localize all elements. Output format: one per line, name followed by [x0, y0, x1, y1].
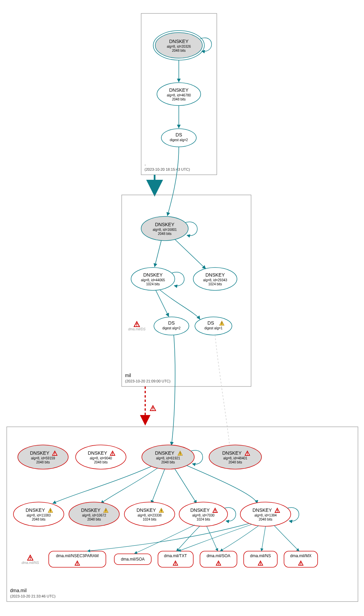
error-dma-ds: dma.mil/DS: [128, 322, 146, 331]
svg-text:dma.mil/SOA: dma.mil/SOA: [207, 553, 231, 558]
svg-text:DNSKEY: DNSKEY: [169, 39, 189, 44]
rrset-mx: dma.mil/MX: [284, 551, 318, 567]
zone-dma-ts: (2023-10-20 21:33:46 UTC): [10, 594, 55, 598]
svg-text:2048 bits: 2048 bits: [172, 97, 186, 101]
dnskey-dma-23338: DNSKEY alg=8, id=23338 1024 bits: [124, 502, 175, 526]
dnskey-dma-61921: DNSKEY alg=8, id=61921 2048 bits: [142, 445, 194, 469]
edge-milksk-zsk2: [175, 239, 206, 269]
svg-text:alg=8, id=16801: alg=8, id=16801: [153, 228, 177, 232]
svg-text:2048 bits: 2048 bits: [229, 460, 242, 464]
svg-text:dma.mil/NS: dma.mil/NS: [22, 561, 39, 565]
edge-ds2-dmak4: [215, 335, 230, 445]
rrset-soa-2: dma.mil/SOA: [200, 551, 237, 567]
svg-text:1024 bits: 1024 bits: [197, 518, 210, 521]
dnssec-graph: . (2023-10-20 18:15:43 UTC) DNSKEY alg=8…: [0, 0, 364, 616]
svg-text:DNSKEY: DNSKEY: [169, 87, 189, 93]
svg-text:alg=8, id=23338: alg=8, id=23338: [137, 514, 162, 517]
svg-text:dma.mil/NS: dma.mil/NS: [250, 553, 271, 558]
dnskey-dma-11083: DNSKEY alg=8, id=11083 2048 bits: [13, 502, 64, 526]
ds-root: DS digest alg=2: [161, 129, 196, 147]
svg-text:alg=8, id=29343: alg=8, id=29343: [203, 278, 227, 282]
zone-mil-ts: (2023-10-20 21:09:00 UTC): [125, 379, 170, 383]
svg-text:alg=8, id=10672: alg=8, id=10672: [82, 514, 106, 517]
svg-text:digest alg=2: digest alg=2: [170, 138, 188, 142]
svg-text:alg=8, id=46780: alg=8, id=46780: [167, 93, 191, 97]
svg-point-14: [161, 129, 196, 147]
svg-text:alg=8, id=20326: alg=8, id=20326: [167, 45, 191, 48]
svg-text:digest alg=1: digest alg=1: [204, 326, 223, 330]
dnskey-root-zsk: DNSKEY alg=8, id=46780 2048 bits: [157, 83, 201, 106]
svg-text:2048 bits: 2048 bits: [94, 460, 108, 464]
warn-icon-deleg: [150, 406, 156, 411]
svg-text:2048 bits: 2048 bits: [158, 232, 172, 236]
rrset-txt: dma.mil/TXT: [158, 551, 193, 567]
svg-text:DNSKEY: DNSKEY: [155, 450, 174, 456]
rrset-nsec3param: dma.mil/NSEC3PARAM: [49, 551, 106, 567]
dnskey-mil-zsk2: DNSKEY alg=8, id=29343 1024 bits: [193, 268, 237, 290]
rrset-ns: dma.mil/NS: [244, 551, 277, 567]
edge-rootds-milksk: [167, 147, 179, 216]
svg-text:DNSKEY: DNSKEY: [205, 272, 225, 278]
dnskey-dma-10672: DNSKEY alg=8, id=10672 2048 bits: [69, 502, 119, 526]
svg-text:digest alg=2: digest alg=2: [162, 326, 181, 330]
svg-text:alg=8, id=1384: alg=8, id=1384: [254, 514, 277, 517]
svg-text:DS: DS: [168, 320, 174, 326]
svg-text:DNSKEY: DNSKEY: [155, 222, 174, 227]
svg-text:DNSKEY: DNSKEY: [81, 507, 100, 513]
svg-text:2048 bits: 2048 bits: [172, 49, 186, 52]
zone-dma: dma.mil (2023-10-20 21:33:46 UTC) DNSKEY…: [7, 427, 358, 602]
zone-root-ts: (2023-10-20 18:15:43 UTC): [145, 167, 190, 171]
svg-text:DNSKEY: DNSKEY: [30, 450, 49, 456]
svg-text:DNSKEY: DNSKEY: [143, 272, 163, 278]
svg-text:dma.mil/TXT: dma.mil/TXT: [164, 553, 187, 558]
svg-text:2048 bits: 2048 bits: [161, 460, 175, 464]
svg-text:alg=8, id=61921: alg=8, id=61921: [156, 456, 180, 460]
edge-milksk-zsk1: [155, 240, 161, 267]
svg-text:DNSKEY: DNSKEY: [252, 507, 272, 513]
svg-text:alg=8, id=11083: alg=8, id=11083: [27, 514, 51, 517]
svg-text:dma.mil/DS: dma.mil/DS: [128, 327, 146, 331]
svg-text:alg=8, id=59159: alg=8, id=59159: [31, 456, 55, 460]
svg-text:DNSKEY: DNSKEY: [190, 507, 210, 513]
svg-text:2048 bits: 2048 bits: [87, 518, 101, 521]
zone-mil-label: mil: [125, 373, 131, 378]
ds-mil-1: DS digest alg=2: [154, 317, 189, 335]
svg-text:1024 bits: 1024 bits: [143, 518, 157, 521]
svg-text:dma.mil/SOA: dma.mil/SOA: [121, 557, 145, 562]
svg-text:DNSKEY: DNSKEY: [222, 450, 242, 456]
svg-text:alg=8, id=9040: alg=8, id=9040: [90, 456, 112, 460]
rrset-soa-1: dma.mil/SOA: [114, 554, 151, 565]
svg-text:2048 bits: 2048 bits: [36, 460, 50, 464]
dnskey-mil-zsk1: DNSKEY alg=8, id=44065 1024 bits: [131, 268, 175, 290]
svg-text:DNSKEY: DNSKEY: [136, 507, 156, 513]
svg-text:1024 bits: 1024 bits: [208, 282, 222, 286]
svg-text:alg=8, id=48401: alg=8, id=48401: [223, 456, 247, 460]
edge-milzsk1-ds2: [160, 290, 200, 319]
dnskey-dma-9040: DNSKEY alg=8, id=9040 2048 bits: [76, 445, 126, 469]
svg-text:DNSKEY: DNSKEY: [88, 450, 107, 456]
svg-point-31: [154, 317, 189, 335]
edge-ds1-dmak3: [171, 335, 175, 445]
zone-mil: mil (2023-10-20 21:09:00 UTC) DNSKEY alg…: [122, 147, 251, 386]
svg-text:DNSKEY: DNSKEY: [26, 507, 45, 513]
edge-milzsk1-ds1: [156, 290, 169, 317]
svg-text:dma.mil/NSEC3PARAM: dma.mil/NSEC3PARAM: [56, 553, 98, 558]
svg-text:DS: DS: [207, 320, 214, 326]
zone-dma-label: dma.mil: [10, 588, 27, 593]
svg-text:DS: DS: [175, 132, 182, 137]
dnskey-dma-59159: DNSKEY alg=8, id=59159 2048 bits: [18, 445, 68, 469]
svg-text:alg=8, id=44065: alg=8, id=44065: [141, 278, 165, 282]
ds-mil-2: DS digest alg=1: [195, 317, 232, 335]
svg-text:1024 bits: 1024 bits: [146, 282, 160, 286]
dnskey-dma-7030: DNSKEY alg=8, id=7030 1024 bits: [179, 502, 228, 526]
dnskey-dma-1384: DNSKEY alg=8, id=1384 2048 bits: [240, 502, 291, 526]
error-dma-ns: dma.mil/NS: [22, 555, 39, 565]
dnskey-mil-ksk: DNSKEY alg=8, id=16801 2048 bits: [141, 216, 188, 241]
dnskey-root-ksk: DNSKEY alg=8, id=20326 2048 bits: [153, 31, 204, 60]
zone-root-label: .: [145, 161, 146, 166]
dnskey-dma-48401: DNSKEY alg=8, id=48401 2048 bits: [209, 445, 261, 469]
svg-text:2048 bits: 2048 bits: [32, 518, 46, 521]
svg-text:alg=8, id=7030: alg=8, id=7030: [192, 514, 215, 517]
svg-text:2048 bits: 2048 bits: [259, 518, 273, 521]
svg-point-34: [195, 317, 232, 335]
